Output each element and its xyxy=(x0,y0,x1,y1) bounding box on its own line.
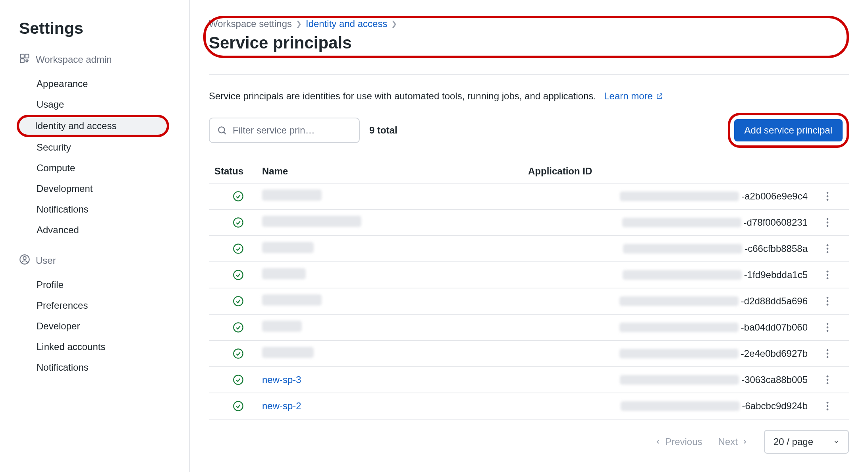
breadcrumb-identity-access[interactable]: Identity and access xyxy=(306,18,387,29)
row-actions-menu[interactable] xyxy=(812,401,843,411)
table-row: -c66cfbb8858a xyxy=(209,236,849,262)
sidebar-item-compute[interactable]: Compute xyxy=(19,158,177,178)
svg-point-35 xyxy=(827,356,829,358)
sidebar-section-header: Workspace admin xyxy=(19,53,177,66)
row-actions-menu[interactable] xyxy=(812,191,843,201)
sidebar-item-advanced[interactable]: Advanced xyxy=(19,220,177,240)
table-row: new-sp-2-6abcbc9d924b xyxy=(209,393,849,420)
appid-cell: -a2b006e9e9c4 xyxy=(528,191,812,202)
status-active-icon xyxy=(214,243,262,254)
total-count-label: 9 total xyxy=(369,125,397,136)
redacted-name xyxy=(262,216,361,227)
svg-point-14 xyxy=(827,222,829,224)
sidebar-item-identity-and-access[interactable]: Identity and access xyxy=(17,115,169,137)
svg-point-8 xyxy=(233,192,243,201)
svg-point-10 xyxy=(827,195,829,197)
svg-point-11 xyxy=(827,199,829,201)
row-actions-menu[interactable] xyxy=(812,244,843,254)
breadcrumb: Workspace settings ❯ Identity and access… xyxy=(209,18,837,29)
sidebar-item-notifications[interactable]: Notifications xyxy=(19,357,177,378)
column-header-name[interactable]: Name xyxy=(262,166,528,177)
svg-point-12 xyxy=(233,218,243,227)
pagination-next[interactable]: Next xyxy=(718,436,748,447)
appid-cell: -d78f00608231 xyxy=(528,217,812,228)
sidebar-item-appearance[interactable]: Appearance xyxy=(19,74,177,94)
svg-point-39 xyxy=(827,382,829,384)
redacted-appid-prefix xyxy=(622,218,741,227)
pagination-previous[interactable]: Previous xyxy=(655,436,702,447)
svg-point-5 xyxy=(23,257,26,259)
sidebar-item-notifications[interactable]: Notifications xyxy=(19,199,177,220)
svg-point-41 xyxy=(827,402,829,404)
svg-point-17 xyxy=(827,244,829,246)
status-active-icon xyxy=(214,374,262,385)
row-actions-menu[interactable] xyxy=(812,322,843,333)
appid-suffix: -2e4e0bd6927b xyxy=(741,348,808,359)
add-service-principal-button[interactable]: Add service principal xyxy=(734,119,843,141)
appid-suffix: -3063ca88b005 xyxy=(741,374,808,385)
sidebar-item-preferences[interactable]: Preferences xyxy=(19,295,177,316)
row-actions-menu[interactable] xyxy=(812,270,843,280)
row-actions-menu[interactable] xyxy=(812,217,843,228)
main-content: Workspace settings ❯ Identity and access… xyxy=(190,0,868,472)
redacted-appid-prefix xyxy=(623,244,742,253)
pagination: Previous Next 20 / page xyxy=(209,430,849,454)
filter-input[interactable] xyxy=(233,125,352,136)
sidebar-item-usage[interactable]: Usage xyxy=(19,94,177,115)
sidebar-item-development[interactable]: Development xyxy=(19,178,177,199)
svg-point-21 xyxy=(827,271,829,273)
svg-point-26 xyxy=(827,300,829,302)
svg-point-23 xyxy=(827,277,829,279)
column-header-status[interactable]: Status xyxy=(214,166,262,177)
breadcrumb-root[interactable]: Workspace settings xyxy=(209,18,292,29)
appid-cell: -c66cfbb8858a xyxy=(528,243,812,254)
sidebar-item-profile[interactable]: Profile xyxy=(19,275,177,295)
row-actions-menu[interactable] xyxy=(812,296,843,306)
page-description: Service principals are identities for us… xyxy=(209,91,849,102)
svg-point-40 xyxy=(233,401,243,410)
status-active-icon xyxy=(214,400,262,412)
appid-cell: -1fd9ebdda1c5 xyxy=(528,269,812,280)
name-cell xyxy=(262,242,528,255)
sidebar-item-developer[interactable]: Developer xyxy=(19,316,177,337)
redacted-appid-prefix xyxy=(619,296,739,306)
external-link-icon xyxy=(656,93,663,100)
sidebar-item-security[interactable]: Security xyxy=(19,137,177,158)
row-actions-menu[interactable] xyxy=(812,348,843,359)
redacted-appid-prefix xyxy=(623,270,742,280)
svg-point-19 xyxy=(827,251,829,253)
table-row: -1fd9ebdda1c5 xyxy=(209,262,849,288)
service-principal-link[interactable]: new-sp-2 xyxy=(262,400,301,411)
service-principal-link[interactable]: new-sp-3 xyxy=(262,374,301,385)
sidebar-title: Settings xyxy=(19,19,177,38)
redacted-name xyxy=(262,190,322,201)
redacted-appid-prefix xyxy=(621,401,740,411)
table-row: -2e4e0bd6927b xyxy=(209,341,849,367)
appid-suffix: -d2d88dd5a696 xyxy=(741,296,808,307)
name-cell xyxy=(262,216,528,229)
highlight-add-button: Add service principal xyxy=(728,113,849,148)
status-active-icon xyxy=(214,217,262,228)
appid-cell: -ba04dd07b060 xyxy=(528,322,812,333)
column-header-appid[interactable]: Application ID xyxy=(528,166,812,177)
sidebar-item-linked-accounts[interactable]: Linked accounts xyxy=(19,337,177,357)
status-active-icon xyxy=(214,348,262,359)
appid-cell: -3063ca88b005 xyxy=(528,374,812,385)
page-size-label: 20 / page xyxy=(773,436,813,447)
svg-point-32 xyxy=(233,349,243,358)
row-actions-menu[interactable] xyxy=(812,375,843,385)
sidebar-section-label: User xyxy=(36,255,56,266)
sidebar-section-header: User xyxy=(19,254,177,267)
appid-suffix: -6abcbc9d924b xyxy=(742,400,808,412)
name-cell xyxy=(262,268,528,282)
svg-point-13 xyxy=(827,218,829,220)
table-row: -ba04dd07b060 xyxy=(209,315,849,341)
page-title: Service principals xyxy=(209,33,837,52)
filter-input-wrapper[interactable] xyxy=(209,118,360,143)
chevron-right-icon: ❯ xyxy=(296,19,302,28)
learn-more-link[interactable]: Learn more xyxy=(604,91,663,102)
search-icon xyxy=(217,125,227,135)
page-size-select[interactable]: 20 / page xyxy=(764,430,849,454)
redacted-name xyxy=(262,294,322,306)
svg-point-33 xyxy=(827,349,829,351)
